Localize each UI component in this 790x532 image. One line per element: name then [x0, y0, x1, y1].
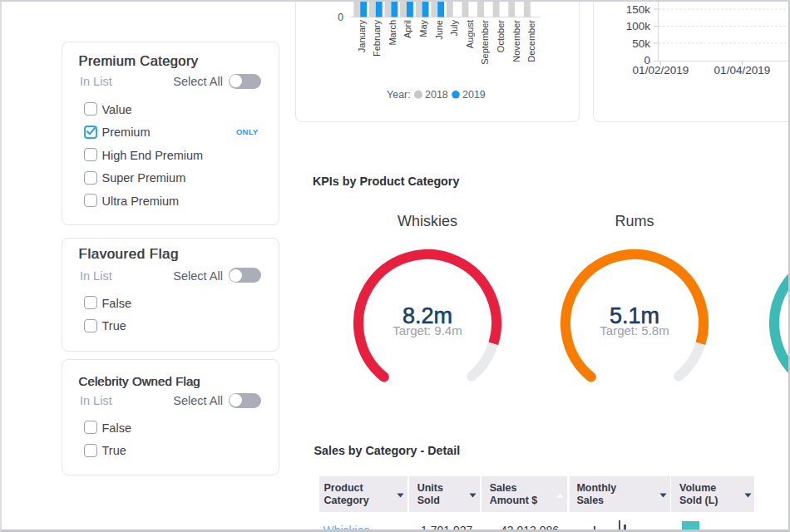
svg-text:June: June: [434, 20, 444, 40]
svg-text:Rums: Rums: [615, 213, 654, 229]
svg-text:November: November: [511, 20, 521, 62]
svg-text:July: July: [449, 20, 459, 37]
svg-text:150k: 150k: [626, 3, 651, 16]
svg-text:December: December: [526, 20, 536, 62]
svg-text:October: October: [496, 20, 506, 52]
svg-text:2018: 2018: [425, 89, 448, 101]
svg-text:Target: 5.8m: Target: 5.8m: [600, 323, 669, 337]
svg-text:2019: 2019: [462, 89, 486, 101]
svg-text:August: August: [465, 20, 475, 48]
svg-text:0: 0: [338, 12, 343, 23]
svg-text:01/02/2019: 01/02/2019: [633, 64, 689, 76]
svg-text:Whiskies: Whiskies: [397, 213, 457, 229]
svg-text:01/04/2019: 01/04/2019: [714, 64, 771, 76]
svg-text:March: March: [388, 20, 397, 46]
svg-text:April: April: [402, 20, 412, 38]
svg-text:January: January: [357, 20, 367, 53]
svg-text:September: September: [480, 20, 490, 65]
svg-text:May: May: [418, 20, 428, 37]
svg-text:February: February: [372, 20, 382, 57]
svg-text:100k: 100k: [626, 20, 651, 32]
svg-text:Year:: Year:: [387, 89, 411, 101]
svg-text:Target: 9.4m: Target: 9.4m: [393, 323, 462, 337]
svg-text:50k: 50k: [632, 37, 650, 50]
